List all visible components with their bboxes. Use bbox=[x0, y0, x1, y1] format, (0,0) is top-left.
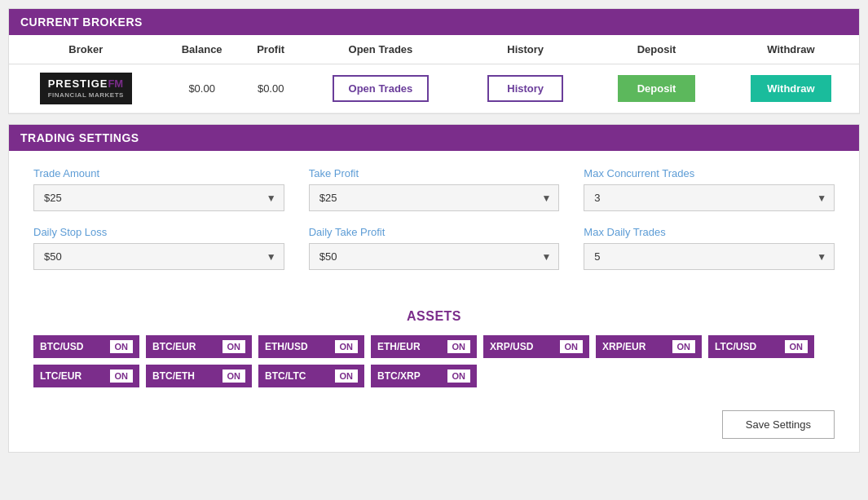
max-daily-trades-label: Max Daily Trades bbox=[584, 226, 835, 238]
asset-item: BTC/XRPON bbox=[371, 365, 477, 387]
save-settings-button[interactable]: Save Settings bbox=[722, 410, 835, 439]
max-concurrent-trades-select[interactable]: 3 5 10 bbox=[584, 184, 835, 211]
trade-amount-select[interactable]: $25 $50 $100 bbox=[33, 184, 284, 211]
col-balance: Balance bbox=[163, 35, 241, 64]
asset-name: ETH/EUR bbox=[377, 341, 441, 352]
broker-logo: PRESTIGEFM FINANCIAL MARKETS bbox=[40, 73, 132, 104]
assets-title: ASSETS bbox=[33, 309, 835, 324]
asset-toggle-button[interactable]: ON bbox=[335, 369, 359, 383]
asset-name: BTC/LTC bbox=[265, 370, 328, 382]
asset-name: LTC/USD bbox=[715, 341, 778, 352]
col-broker: Broker bbox=[9, 35, 163, 64]
take-profit-label: Take Profit bbox=[309, 167, 560, 179]
asset-item: LTC/EURON bbox=[33, 365, 139, 387]
take-profit-select[interactable]: $25 $50 $100 bbox=[309, 184, 560, 211]
assets-grid: BTC/USDONBTC/EURONETH/USDONETH/EURONXRP/… bbox=[33, 335, 835, 387]
asset-item: ETH/USDON bbox=[258, 335, 364, 358]
asset-name: XRP/USD bbox=[490, 341, 553, 352]
brokers-table: Broker Balance Profit Open Trades Histor… bbox=[9, 35, 859, 113]
asset-toggle-button[interactable]: ON bbox=[447, 369, 471, 383]
asset-toggle-button[interactable]: ON bbox=[110, 340, 134, 353]
broker-balance: $0.00 bbox=[163, 64, 241, 113]
asset-item: ETH/EURON bbox=[371, 335, 477, 358]
asset-toggle-button[interactable]: ON bbox=[335, 340, 359, 353]
daily-take-profit-label: Daily Take Profit bbox=[309, 226, 560, 238]
col-profit: Profit bbox=[241, 35, 301, 64]
asset-name: BTC/USD bbox=[40, 341, 104, 352]
trade-amount-label: Trade Amount bbox=[33, 167, 284, 179]
asset-name: ETH/USD bbox=[265, 341, 328, 352]
asset-toggle-button[interactable]: ON bbox=[223, 340, 246, 353]
col-history: History bbox=[460, 35, 590, 64]
open-trades-button[interactable]: Open Trades bbox=[333, 75, 430, 102]
daily-stop-loss-select[interactable]: $50 $100 $200 bbox=[33, 243, 284, 270]
asset-name: BTC/EUR bbox=[152, 341, 216, 352]
col-withdraw: Withdraw bbox=[723, 35, 859, 64]
asset-item: XRP/USDON bbox=[483, 335, 589, 358]
asset-toggle-button[interactable]: ON bbox=[447, 340, 471, 353]
max-concurrent-trades-label: Max Concurrent Trades bbox=[584, 167, 835, 179]
asset-item: BTC/EURON bbox=[146, 335, 252, 358]
asset-toggle-button[interactable]: ON bbox=[110, 369, 134, 383]
broker-row: PRESTIGEFM FINANCIAL MARKETS $0.00 $0.00… bbox=[9, 64, 859, 113]
asset-item: BTC/ETHON bbox=[146, 365, 252, 387]
col-deposit: Deposit bbox=[590, 35, 723, 64]
withdraw-button[interactable]: Withdraw bbox=[751, 75, 831, 102]
asset-toggle-button[interactable]: ON bbox=[223, 369, 246, 383]
asset-name: BTC/XRP bbox=[377, 370, 441, 382]
asset-toggle-button[interactable]: ON bbox=[672, 340, 696, 353]
asset-name: XRP/EUR bbox=[602, 341, 666, 352]
asset-toggle-button[interactable]: ON bbox=[560, 340, 584, 353]
current-brokers-header: CURRENT BROKERS bbox=[9, 9, 859, 35]
asset-name: BTC/ETH bbox=[152, 370, 216, 382]
deposit-button[interactable]: Deposit bbox=[618, 75, 696, 102]
trading-settings-header: TRADING SETTINGS bbox=[9, 125, 859, 151]
asset-item: BTC/LTCON bbox=[258, 365, 364, 387]
asset-name: LTC/EUR bbox=[40, 370, 104, 382]
asset-item: XRP/EURON bbox=[596, 335, 702, 358]
broker-profit: $0.00 bbox=[241, 64, 301, 113]
asset-toggle-button[interactable]: ON bbox=[785, 340, 809, 353]
daily-stop-loss-label: Daily Stop Loss bbox=[33, 226, 284, 238]
asset-item: LTC/USDON bbox=[708, 335, 814, 358]
history-button[interactable]: History bbox=[487, 75, 563, 102]
col-open-trades: Open Trades bbox=[301, 35, 461, 64]
max-daily-trades-select[interactable]: 5 10 20 bbox=[584, 243, 835, 270]
asset-item: BTC/USDON bbox=[33, 335, 139, 358]
daily-take-profit-select[interactable]: $50 $100 $200 bbox=[309, 243, 560, 270]
